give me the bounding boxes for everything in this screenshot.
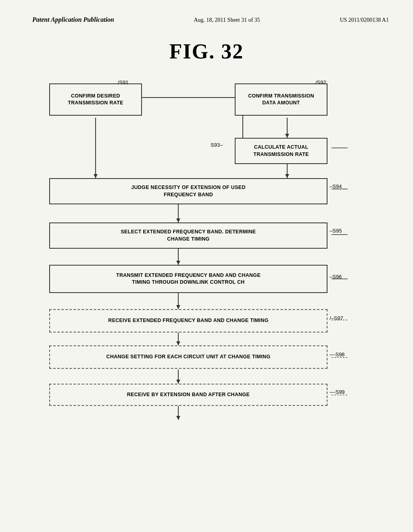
publication-label: Patent Application Publication [32,16,114,23]
svg-marker-3 [285,134,289,138]
s93-label: S93– [211,142,223,148]
figure-title: FIG. 32 [0,39,413,63]
s96-label: –S96 [330,274,342,280]
svg-marker-5 [285,174,289,178]
s95-label: –S95 [330,228,342,234]
s94-box: JUDGE NECESSITY OF EXTENSION OF USEDFREQ… [49,178,327,204]
s95-box: SELECT EXTENDED FREQUENCY BAND. DETERMIN… [49,222,327,249]
s94-label: –S94 [330,183,342,189]
s96-text: TRANSMIT EXTENDED FREQUENCY BAND AND CHA… [116,272,261,286]
page: Patent Application Publication Aug. 18, … [0,0,413,532]
s91-label: /S91 [118,79,129,85]
svg-marker-10 [176,218,180,222]
publication-date: Aug. 18, 2011 Sheet 31 of 35 [194,17,260,23]
diagram-container: CONFIRM DESIREDTRANSMISSION RATE /S91 CO… [25,75,388,458]
s99-label: ––S99 [330,389,345,395]
s98-label: ––S98 [330,351,345,357]
s98-text: CHANGE SETTING FOR EACH CIRCUIT UNIT AT … [106,353,271,361]
s92-box: CONFIRM TRANSMISSIONDATA AMOUNT [235,83,327,116]
s93-box: CALCULATE ACTUALTRANSMISSION RATE [235,138,327,164]
s99-box: RECEIVE BY EXTENSION BAND AFTER CHANGE [49,384,327,406]
svg-marker-16 [176,341,180,345]
svg-marker-1 [94,174,98,178]
svg-marker-12 [176,261,180,265]
s92-label: /S92 [315,79,326,85]
s91-box: CONFIRM DESIREDTRANSMISSION RATE [49,83,142,116]
publication-number: US 2011/0200138 A1 [340,17,389,23]
s96-box: TRANSMIT EXTENDED FREQUENCY BAND AND CHA… [49,265,327,293]
s99-text: RECEIVE BY EXTENSION BAND AFTER CHANGE [127,391,250,399]
s95-text: SELECT EXTENDED FREQUENCY BAND. DETERMIN… [121,229,256,243]
s97-box: RECEIVE EXTENDED FREQUENCY BAND AND CHAN… [49,309,327,332]
s97-label: /–S97 [330,315,343,321]
s98-box: CHANGE SETTING FOR EACH CIRCUIT UNIT AT … [49,345,327,369]
svg-marker-18 [176,380,180,384]
s94-text: JUDGE NECESSITY OF EXTENSION OF USEDFREQ… [131,184,246,198]
s92-text: CONFIRM TRANSMISSIONDATA AMOUNT [248,93,314,107]
page-header: Patent Application Publication Aug. 18, … [0,0,413,31]
svg-marker-20 [176,416,180,420]
s93-text: CALCULATE ACTUALTRANSMISSION RATE [253,144,309,158]
s97-text: RECEIVE EXTENDED FREQUENCY BAND AND CHAN… [108,317,268,324]
svg-marker-14 [176,305,180,309]
s91-text: CONFIRM DESIREDTRANSMISSION RATE [68,93,123,107]
